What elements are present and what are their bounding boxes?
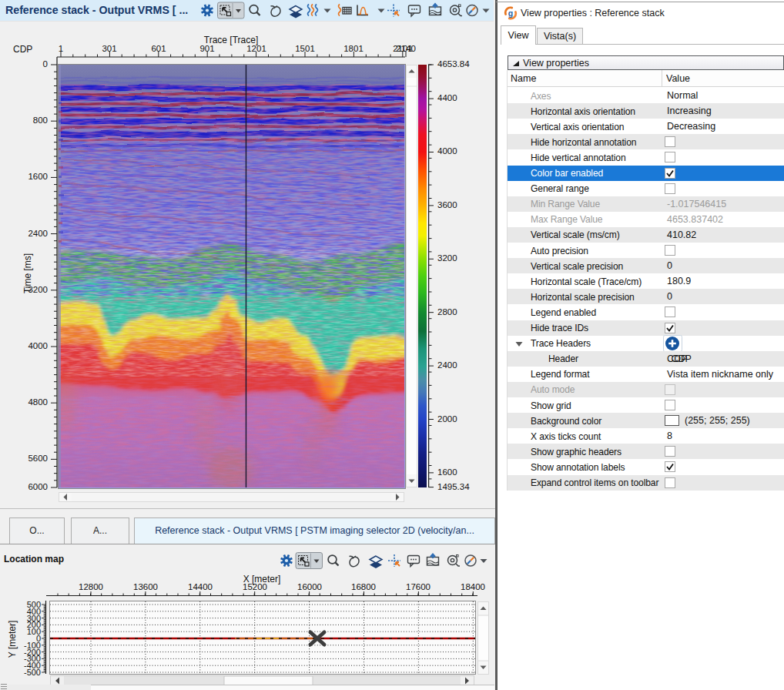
svg-text:Y [meter]: Y [meter] xyxy=(7,621,18,658)
svg-text:g: g xyxy=(508,8,513,18)
